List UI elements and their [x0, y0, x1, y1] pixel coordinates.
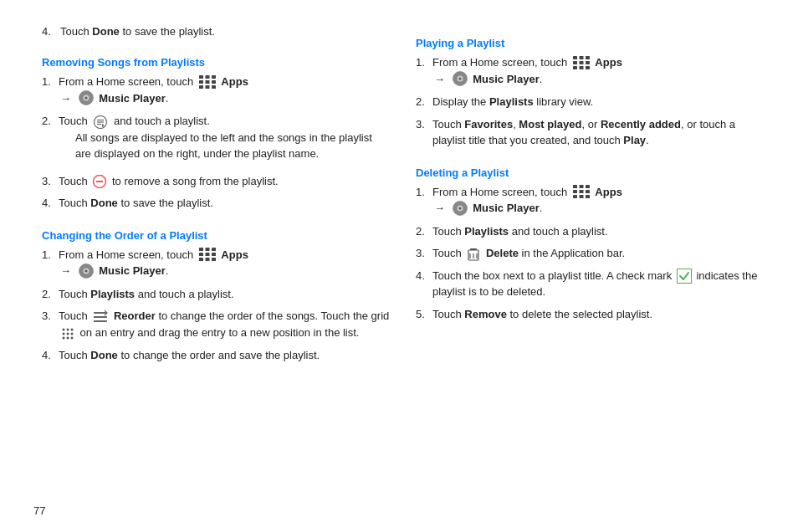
svg-rect-2 [212, 75, 216, 79]
apps-icon [572, 55, 591, 70]
svg-point-41 [67, 336, 69, 339]
grid-icon [60, 326, 75, 341]
list-item: 3. Touch to remove a song from the playl… [42, 173, 391, 190]
svg-rect-21 [212, 248, 216, 251]
svg-point-66 [458, 207, 461, 209]
svg-point-34 [63, 328, 65, 330]
svg-point-38 [67, 332, 69, 335]
svg-rect-44 [579, 56, 583, 59]
list-item: 1. From a Home screen, touch [42, 247, 391, 280]
list-item: 1. From a Home screen, touch [416, 184, 765, 217]
list-item: 2. Display the Playlists library view. [416, 94, 765, 110]
svg-rect-63 [586, 195, 590, 198]
svg-point-40 [63, 336, 65, 339]
svg-rect-32 [94, 316, 107, 318]
music-icon [78, 90, 95, 106]
svg-rect-6 [199, 85, 203, 89]
check-icon [677, 269, 692, 284]
section-title-removing: Removing Songs from Playlists [42, 56, 391, 69]
svg-rect-45 [586, 56, 590, 59]
svg-rect-0 [199, 75, 203, 79]
list-item: 3. Touch Delete in the Application bar. [416, 245, 765, 262]
svg-rect-48 [586, 61, 590, 64]
svg-point-42 [71, 336, 74, 339]
minus-icon [92, 174, 107, 189]
svg-rect-55 [573, 185, 577, 188]
svg-rect-61 [573, 195, 577, 198]
svg-rect-27 [212, 258, 216, 261]
list-item: 2. Touch Playlists and touch a playlist. [416, 223, 765, 240]
step-number: 4. [42, 25, 57, 38]
page-number: 77 [33, 504, 45, 517]
svg-rect-58 [573, 190, 577, 193]
svg-rect-22 [199, 253, 203, 256]
svg-rect-62 [579, 195, 583, 198]
section-title-playing: Playing a Playlist [416, 37, 765, 49]
music-icon [78, 263, 95, 279]
svg-rect-8 [212, 85, 216, 89]
deleting-steps-list: 1. From a Home screen, touch [416, 184, 765, 329]
changing-steps-list: 1. From a Home screen, touch [42, 247, 391, 369]
step-text: Touch Done to save the playlist. [60, 25, 215, 38]
section-title-deleting: Deleting a Playlist [416, 166, 765, 179]
list-item: 2. Touch and touch a playlist. All son [42, 113, 391, 167]
svg-rect-19 [199, 248, 203, 251]
svg-rect-56 [579, 185, 583, 188]
list-item: 2. Touch Playlists and touch a playlist. [42, 286, 391, 303]
svg-rect-43 [573, 56, 577, 59]
svg-rect-7 [205, 85, 209, 89]
list-item: 4. Touch Done to save the playlist. [42, 195, 391, 212]
svg-rect-25 [199, 258, 203, 261]
svg-point-35 [67, 328, 69, 330]
svg-point-36 [71, 328, 74, 330]
reorder-icon [92, 309, 109, 325]
apps-icon [198, 74, 217, 90]
svg-point-30 [84, 269, 87, 272]
note-text: All songs are displayed to the left and … [75, 130, 391, 162]
svg-rect-20 [205, 248, 209, 251]
svg-rect-57 [586, 185, 590, 188]
list-item: 3. Touch Reorder to change the order of … [42, 308, 391, 340]
svg-rect-4 [205, 80, 209, 84]
svg-rect-33 [94, 320, 107, 322]
svg-rect-1 [205, 75, 209, 79]
list-item: 5. Touch Remove to delete the selected p… [416, 306, 765, 323]
list-item: 1. From a Home screen, touch [416, 54, 765, 88]
svg-point-11 [84, 97, 87, 100]
list-item: 1. From a Home screen, touch [42, 74, 391, 107]
playlist-icon [92, 115, 109, 130]
list-item: 4. Touch the box next to a playlist titl… [416, 268, 765, 300]
svg-rect-23 [205, 253, 209, 256]
list-item: 3. Touch Favorites, Most played, or Rece… [416, 116, 765, 149]
svg-rect-47 [579, 61, 583, 64]
svg-rect-24 [212, 253, 216, 256]
svg-rect-46 [573, 61, 577, 64]
playing-steps-list: 1. From a Home screen, touch [416, 54, 765, 155]
svg-rect-49 [573, 66, 577, 69]
apps-icon [198, 247, 217, 262]
list-item: 4. Touch Done to change the order and sa… [42, 347, 391, 364]
section-title-changing: Changing the Order of a Playlist [42, 229, 391, 242]
svg-point-37 [63, 332, 65, 335]
svg-rect-3 [199, 80, 203, 84]
svg-rect-31 [94, 312, 107, 314]
svg-point-39 [71, 332, 74, 335]
right-column: Playing a Playlist 1. From a Home screen… [416, 25, 765, 507]
svg-rect-5 [212, 80, 216, 84]
music-icon [452, 70, 468, 87]
svg-rect-51 [586, 66, 590, 69]
svg-rect-59 [579, 190, 583, 193]
left-column: 4. Touch Done to save the playlist. Remo… [42, 25, 391, 507]
intro-step-4: 4. Touch Done to save the playlist. [42, 25, 391, 38]
music-icon [452, 200, 468, 217]
delete-icon [466, 247, 481, 262]
apps-icon [572, 184, 591, 199]
svg-rect-60 [586, 190, 590, 193]
svg-rect-50 [579, 66, 583, 69]
removing-steps-list: 1. From a Home screen, touch [42, 74, 391, 217]
svg-rect-68 [470, 248, 477, 250]
svg-point-54 [458, 78, 461, 80]
svg-rect-26 [205, 258, 209, 261]
